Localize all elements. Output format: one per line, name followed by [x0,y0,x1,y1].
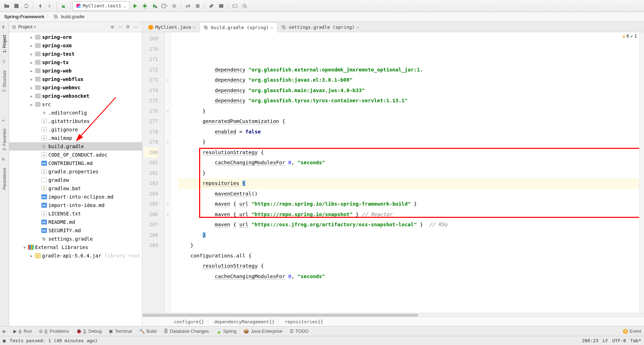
fold-marker[interactable] [165,168,171,179]
tree-node[interactable]: ▶spring-test [9,50,142,58]
event-log-button[interactable]: 3Event [623,329,641,334]
editor-tab[interactable]: 🐘settings.gradle (spring)× [277,22,363,32]
gutter-line-number[interactable]: 286 [144,209,158,220]
code-line[interactable]: resolutionStrategy { [178,147,639,158]
tree-node[interactable]: ▶spring-orm [9,33,142,41]
fold-marker[interactable]: ⊖ [165,137,171,147]
fold-marker[interactable] [165,96,171,106]
tree-arrow-icon[interactable]: ▶ [29,44,34,48]
fold-marker[interactable]: ⊖ [165,75,171,85]
toolwindow-tab-favorites[interactable]: 2: Favorites [2,127,7,152]
stop-icon[interactable] [170,1,179,11]
fold-column[interactable]: ⊖⊖⊖⊖⊖ [165,32,171,313]
code-line[interactable]: maven { url "https://oss.jfrog.org/artif… [178,220,639,230]
debug-icon[interactable] [140,1,149,11]
close-icon[interactable]: × [271,25,273,30]
fold-marker[interactable] [165,158,171,168]
editor-horizontal-scrollbar[interactable] [142,313,644,317]
fold-marker[interactable] [165,116,171,127]
bottom-toolwindow-button[interactable]: 🐞5: Debug [76,329,102,334]
tree-node[interactable]: .editorconfig [9,109,142,117]
editor-tab[interactable]: 🐘build.gradle (spring)× [199,22,277,32]
code-line[interactable]: } [178,240,639,251]
gutter-line-number[interactable]: 272 [144,65,158,75]
tree-node[interactable]: gradle.properties [9,167,142,176]
tree-node[interactable]: ▶gradle-api-5.6.4.jarlibrary root [9,251,142,260]
tree-arrow-icon[interactable]: ▶ [29,94,34,98]
tree-node[interactable]: import-into-eclipse.md [9,193,142,201]
fold-marker[interactable] [165,54,171,65]
fold-marker[interactable] [165,230,171,241]
settings-icon[interactable] [207,1,216,11]
tree-node[interactable]: ▶src [9,100,142,109]
breadcrumb-file[interactable]: build.gradle [61,14,84,19]
tree-node[interactable]: .gitattributes [9,117,142,125]
fold-marker[interactable] [165,178,171,189]
tree-node[interactable]: ▶spring-webflux [9,75,142,83]
tree-node[interactable]: import-into-idea.md [9,201,142,209]
bottom-toolwindow-button[interactable]: 🗄Database Changes [164,329,209,334]
gutter-line-number[interactable]: 284 [144,189,158,199]
error-stripe[interactable]: ▲6 ✔1 [639,32,644,313]
code-line[interactable]: } [178,106,639,117]
gutter-line-number[interactable]: 269 [144,34,158,44]
gutter-line-number[interactable]: 282 [144,168,158,179]
tree-node[interactable]: .gitignore [9,125,142,134]
fold-marker[interactable]: ⊖ [165,106,171,117]
fold-marker[interactable]: ⊖ [165,199,171,209]
bottom-toolwindow-button[interactable]: 🍃Spring [216,329,237,334]
toolwindow-tab-structure[interactable]: 7: Structure [2,69,7,94]
code-line[interactable]: maven { url "https://repo.spring.io/libs… [178,199,639,209]
fold-marker[interactable] [165,85,171,96]
sync-icon[interactable] [22,1,31,11]
indent-indicator[interactable]: Tab* [630,338,641,343]
run-anything-icon[interactable] [230,1,239,11]
editor-gutter[interactable]: 2692702712722732742752762772782792802812… [142,32,165,313]
tree-node[interactable]: ▼External Libraries [9,243,142,251]
back-icon[interactable] [35,1,45,11]
code-line[interactable]: dependency "org.glassfish.main:javax.jws… [178,85,639,96]
tree-node[interactable]: gradlew.bat [9,184,142,193]
code-line[interactable]: dependency "org.glassfish:javax.el:3.0.1… [178,75,639,85]
line-separator[interactable]: LF [603,338,608,343]
project-title[interactable]: Project ▾ [18,24,108,29]
tree-node[interactable]: ▶spring-oxm [9,41,142,50]
caret-position[interactable]: 280:23 [582,338,598,343]
gutter-line-number[interactable]: 288 [144,230,158,241]
fold-marker[interactable] [165,240,171,251]
gutter-line-number[interactable]: 270 [144,44,158,55]
code-line[interactable]: cacheChangingModulesFor 0, "seconds" [178,271,639,282]
toolwindow-tab-persistence[interactable]: Persistence [2,166,7,191]
tree-arrow-icon[interactable]: ▼ [22,246,27,249]
tree-arrow-icon[interactable]: ▶ [29,77,34,81]
fold-marker[interactable] [165,189,171,199]
code-line[interactable]: generatedPomCustomization { [178,116,639,127]
tree-node[interactable]: ▶spring-tx [9,58,142,67]
tree-node[interactable]: build.gradle [9,142,142,151]
gutter-line-number[interactable]: 271 [144,54,158,65]
code-line[interactable]: } [178,137,639,147]
run-coverage-icon[interactable] [150,1,159,11]
fold-marker[interactable] [165,65,171,75]
bottom-toolwindow-button[interactable]: ☰TODO [290,329,309,334]
run-icon[interactable] [130,1,140,11]
search-everywhere-icon[interactable] [240,1,249,11]
hide-icon[interactable]: — [134,24,139,30]
project-structure-icon[interactable] [217,1,226,11]
gear-icon[interactable]: ⚙ [126,24,131,30]
code-line[interactable]: cacheChangingModulesFor 0, "seconds" [178,158,639,168]
build-project-icon[interactable] [59,1,68,11]
gutter-line-number[interactable]: 283 [144,178,158,189]
profile-icon[interactable]: ▾ [160,1,169,11]
code-line[interactable]: repositories { [178,178,639,189]
code-crumb-item[interactable]: repositories{} [285,319,323,324]
vcs-update-icon[interactable] [183,1,192,11]
gutter-line-number[interactable]: 289 [144,240,158,251]
gutter-line-number[interactable]: 281 [144,158,158,168]
bottom-toolwindow-button[interactable]: 🔨Build [139,329,157,334]
editor-tab[interactable]: MyClient.java× [144,22,199,32]
open-file-icon[interactable] [2,1,11,11]
tree-node[interactable]: settings.gradle [9,235,142,243]
code-line[interactable]: resolutionStrategy { [178,261,639,271]
close-icon[interactable]: × [193,25,196,30]
